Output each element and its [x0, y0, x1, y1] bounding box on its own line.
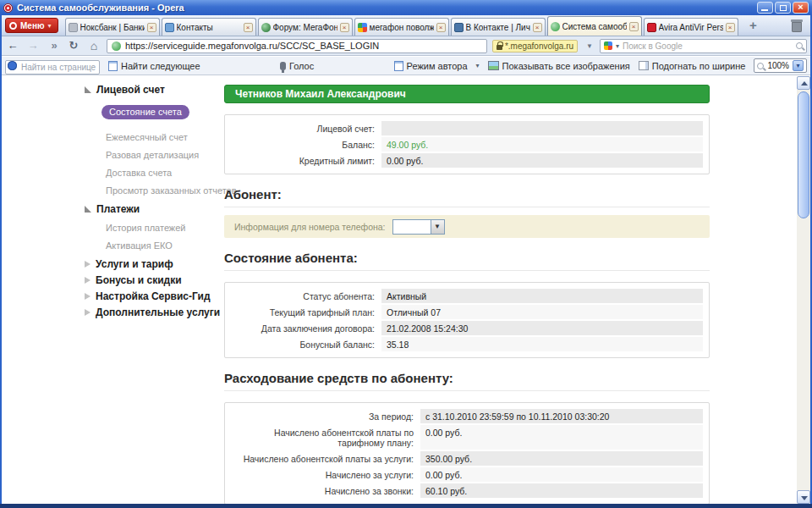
period-value: с 31.10.2010 23:59:59 по 10.11.2010 03:3… — [420, 409, 703, 423]
contract-date-value: 21.02.2008 15:24:30 — [381, 321, 703, 335]
find-next-button[interactable]: Найти следующее — [108, 61, 200, 71]
sidebar-item-account-state[interactable]: Состояние счета — [102, 105, 189, 119]
collapsed-triangle-icon — [85, 277, 91, 284]
opera-menu-icon — [9, 22, 17, 30]
table-row: Статус абонента: Активный — [231, 289, 703, 303]
search-placeholder: Поиск в Google — [623, 41, 793, 51]
table-row: За период: с 31.10.2010 23:59:59 по 10.1… — [231, 409, 703, 423]
find-on-page-input[interactable] — [5, 60, 100, 75]
sidebar-item-bonuses[interactable]: Бонусы и скидки — [85, 274, 224, 286]
tab-vkontakte[interactable]: В Контакте | Личны... × — [451, 18, 546, 36]
sidebar-nav: Лицевой счет Состояние счета Ежемесячный… — [85, 80, 224, 323]
sidebar-item-additional-services[interactable]: Дополнительные услуги — [85, 306, 224, 318]
select-arrow-icon: ▼ — [431, 220, 444, 234]
fit-width-button[interactable]: Подогнать по ширине — [639, 61, 746, 71]
close-button[interactable]: × — [793, 2, 809, 14]
search-engine-dropdown-icon[interactable]: ▾ — [616, 42, 619, 50]
expanded-triangle-icon — [85, 86, 91, 93]
collapsed-triangle-icon — [85, 261, 91, 268]
tab-close-icon[interactable]: × — [533, 23, 542, 32]
tab-close-icon[interactable]: × — [629, 22, 639, 31]
minimize-button[interactable] — [757, 2, 773, 14]
contacts-favicon-icon — [165, 23, 174, 32]
sidebar-item-eko-activation[interactable]: Активация ЕКО — [106, 240, 224, 251]
security-dropdown-icon[interactable]: ▼ — [584, 42, 595, 50]
services-fee-value: 350.00 руб. — [420, 451, 703, 466]
page-favicon-icon — [112, 41, 121, 51]
tab-avira[interactable]: Avira AntiVir Personal... × — [644, 18, 738, 36]
scrollbar-thumb[interactable] — [798, 91, 809, 218]
address-bar: ← → » ↻ ⌂ https://serviceguide.megafonvo… — [2, 36, 810, 56]
voice-button[interactable]: Голос — [280, 61, 314, 71]
collapsed-triangle-icon — [85, 309, 91, 316]
tab-close-icon[interactable]: × — [244, 23, 253, 32]
tab-close-icon[interactable]: × — [436, 23, 446, 32]
tab-contacts[interactable]: Контакты × — [162, 18, 256, 36]
account-number-value — [381, 121, 703, 135]
opera-icon — [3, 3, 13, 13]
find-icon — [8, 61, 17, 70]
author-mode-button[interactable]: Режим автора — [394, 61, 468, 71]
tab-bar: Меню ▾ Ноксбанк | Банки Ро... × Контакты… — [2, 15, 810, 36]
web-search-input[interactable]: ▾ Поиск в Google — [600, 39, 807, 53]
tab-close-icon[interactable]: × — [340, 23, 349, 32]
zoom-value: 100% — [767, 61, 789, 70]
author-mode-dropdown-icon[interactable]: ▾ — [476, 62, 480, 69]
phone-number-select[interactable]: ▼ — [392, 219, 445, 235]
title-bar: Система самообслуживания - Opera × — [0, 0, 812, 15]
megafon-favicon-icon — [551, 22, 560, 31]
microphone-icon — [280, 62, 286, 70]
magnifier-icon — [796, 42, 803, 49]
scroll-down-button[interactable] — [797, 490, 810, 504]
forward-button[interactable]: → — [25, 38, 41, 53]
subscriber-heading: Абонент: — [224, 187, 710, 207]
reload-button[interactable]: ↻ — [66, 38, 81, 53]
balance-value: 49.00 руб. — [381, 137, 703, 152]
calls-charged-value: 60.10 руб. — [420, 483, 703, 498]
home-button[interactable]: ⌂ — [86, 38, 102, 53]
sidebar-item-payments[interactable]: Платежи — [85, 203, 224, 215]
table-row: Бонусный баланс: 35.18 — [231, 337, 703, 351]
menu-button[interactable]: Меню ▾ — [5, 18, 58, 33]
google-search-icon — [604, 41, 612, 50]
tab-self-service-active[interactable]: Система самообслу... × — [547, 16, 642, 36]
spending-box: За период: с 31.10.2010 23:59:59 по 10.1… — [224, 402, 710, 504]
status-value: Активный — [381, 289, 703, 303]
tab-close-icon[interactable]: × — [147, 23, 156, 32]
tab-megafon-forum[interactable]: Форум: МегаФон (М... × — [258, 18, 353, 36]
sidebar-item-payment-history[interactable]: История платежей — [106, 223, 224, 233]
tab-noksbank[interactable]: Ноксбанк | Банки Ро... × — [65, 18, 160, 36]
services-charged-value: 0.00 руб. — [420, 467, 703, 482]
window-title: Система самообслуживания - Opera — [17, 3, 757, 13]
sidebar-item-ordered-reports[interactable]: Просмотр заказанных отчетов — [106, 185, 224, 196]
avira-favicon-icon — [647, 23, 656, 32]
sidebar-item-personal-account[interactable]: Лицевой счет — [85, 84, 224, 96]
sidebar-item-one-time-detail[interactable]: Разовая детализация — [106, 150, 224, 160]
sidebar-item-services-tariff[interactable]: Услуги и тариф — [85, 258, 224, 270]
scroll-up-button[interactable] — [797, 76, 810, 90]
zoom-dropdown-icon[interactable]: ▾ — [793, 60, 804, 71]
collapsed-triangle-icon — [85, 293, 91, 300]
tab-megafon-volga-search[interactable]: мегафон поволжье -... × — [354, 18, 449, 36]
restore-button[interactable] — [775, 2, 791, 14]
new-tab-button[interactable]: + — [745, 18, 762, 33]
phone-info-bar: Информация для номера телефона: ▼ — [224, 215, 710, 238]
table-row: Лицевой счет: — [231, 121, 703, 135]
find-toolbar: Найти следующее Голос Режим автора ▾ Пок… — [2, 57, 810, 75]
images-icon — [488, 61, 499, 70]
closed-tabs-trash-icon[interactable] — [790, 19, 804, 33]
spending-heading: Расходование средств по абоненту: — [224, 371, 710, 391]
vertical-scrollbar[interactable] — [797, 76, 810, 504]
back-button[interactable]: ← — [5, 38, 20, 53]
security-badge[interactable]: *.megafonvolga.ru — [492, 40, 578, 52]
zoom-control[interactable]: 100% ▾ — [754, 58, 807, 73]
sidebar-item-service-guide-settings[interactable]: Настройка Сервис-Гид — [85, 290, 224, 302]
show-images-button[interactable]: Показывать все изображения — [488, 61, 630, 71]
sidebar-item-monthly-bill[interactable]: Ежемесячный счет — [106, 132, 224, 142]
fast-forward-button[interactable]: » — [46, 38, 61, 53]
tab-close-icon[interactable]: × — [726, 23, 735, 32]
bonus-balance-value: 35.18 — [381, 337, 703, 351]
user-name-banner: Четников Михаил Александрович — [224, 85, 710, 103]
url-field[interactable]: https://serviceguide.megafonvolga.ru/SCC… — [107, 39, 487, 53]
sidebar-item-bill-delivery[interactable]: Доставка счета — [106, 168, 224, 178]
